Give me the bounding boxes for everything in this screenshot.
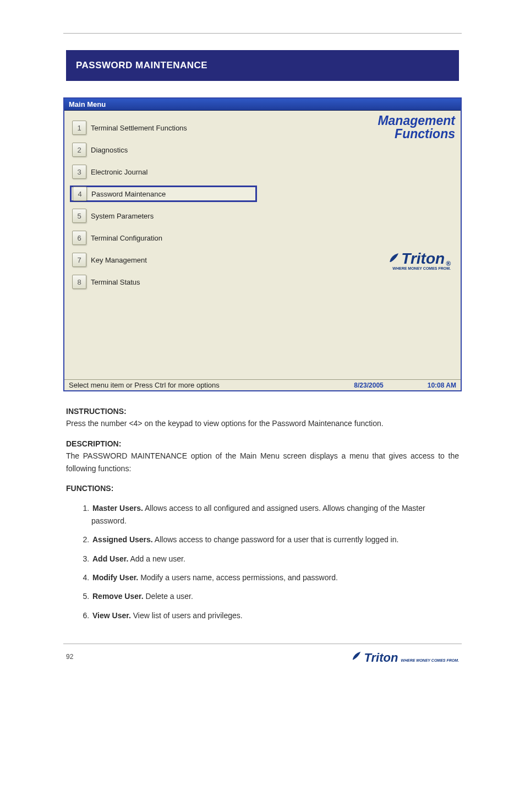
page-number: 92 [66,653,73,661]
instructions-title: INSTRUCTIONS: [66,407,127,416]
menu-item-number: 1 [72,121,86,135]
menu-item-label: Key Management [91,256,147,264]
menu-item-number: 3 [72,165,86,179]
leaf-icon [388,250,400,268]
menu-item-8[interactable]: 8Terminal Status [70,274,257,290]
menu-item-2[interactable]: 2Diagnostics [70,141,257,158]
description-title: DESCRIPTION: [66,439,121,448]
menu-item-4[interactable]: 4Password Maintenance [70,186,257,202]
brand-logo: Triton® WHERE MONEY COMES FROM. [388,250,451,270]
description-text: The PASSWORD MAINTENANCE option of the M… [66,451,459,472]
leaf-icon [351,650,363,665]
menu-item-number: 8 [72,275,86,289]
function-item: Master Users. Allows access to all confi… [91,502,459,527]
function-item: View User. View list of users and privil… [91,609,459,622]
menu-item-label: Terminal Settlement Functions [91,124,187,132]
status-time: 10:08 AM [428,382,456,389]
functions-list: Master Users. Allows access to all confi… [66,502,459,622]
screen-side-label: Management Functions [378,114,455,140]
section-title-bar: PASSWORD MAINTENANCE [66,50,459,81]
status-date: 8/23/2005 [354,382,383,389]
menu-item-1[interactable]: 1Terminal Settlement Functions [70,119,257,136]
screenshot-frame: Main Menu Management Functions 1Terminal… [63,97,462,391]
functions-heading: FUNCTIONS: [66,482,459,494]
menu-item-number: 2 [72,143,86,157]
menu-item-label: Password Maintenance [91,190,166,198]
window-title: Main Menu [69,100,106,108]
function-item: Assigned Users. Allows access to change … [91,533,459,546]
menu-item-label: Terminal Status [91,278,140,286]
section-title: PASSWORD MAINTENANCE [76,60,207,71]
menu-item-5[interactable]: 5System Parameters [70,208,257,224]
menu-item-6[interactable]: 6Terminal Configuration [70,230,257,246]
menu-item-number: 6 [72,231,86,245]
menu-item-label: Electronic Journal [91,168,147,176]
menu-item-number: 4 [73,187,87,201]
menu-item-label: System Parameters [91,212,154,220]
window-titlebar: Main Menu [64,99,461,111]
function-item: Remove User. Delete a user. [91,590,459,602]
function-item: Add User. Add a new user. [91,553,459,565]
menu-item-label: Terminal Configuration [91,234,162,242]
status-bar: Select menu item or Press Ctrl for more … [64,379,461,390]
status-help-text: Select menu item or Press Ctrl for more … [69,381,354,389]
menu-item-number: 5 [72,209,86,223]
instructions-text: Press the number <4> on the keypad to vi… [66,419,384,428]
function-item: Modify User. Modify a users name, access… [91,571,459,584]
menu-item-label: Diagnostics [91,146,128,154]
menu-item-3[interactable]: 3Electronic Journal [70,164,257,180]
menu-item-7[interactable]: 7Key Management [70,252,257,268]
menu-item-number: 7 [72,253,86,267]
footer-brand: Triton WHERE MONEY COMES FROM. [351,650,459,665]
